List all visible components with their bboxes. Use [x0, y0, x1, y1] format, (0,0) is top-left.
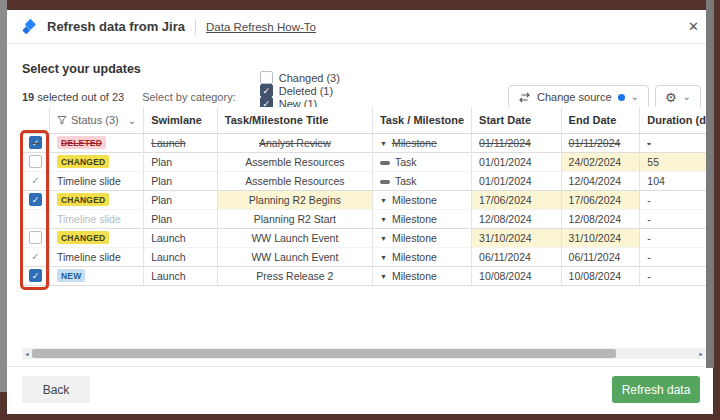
- table-row: ✓Timeline slideLaunchWW Launch Event▼Mil…: [22, 247, 713, 266]
- swimlane-cell: Launch: [144, 266, 218, 285]
- milestone-icon: ▼: [380, 140, 387, 147]
- swimlane-header: Swimlane: [144, 107, 218, 133]
- status-filter-header[interactable]: Status (3) ⌄: [50, 107, 144, 133]
- chevron-down-icon: ⌄: [128, 115, 136, 126]
- duration-cell: 104: [640, 171, 713, 190]
- status-badge-deleted: DELETED: [57, 136, 106, 149]
- start-date-cell: 01/01/2024: [472, 171, 562, 190]
- start-date-cell: 10/08/2024: [472, 266, 562, 285]
- status-text: Timeline slide: [57, 175, 121, 187]
- scroll-left-icon[interactable]: ◂: [22, 350, 32, 357]
- background-strip-left: [0, 0, 7, 392]
- selected-count-text: selected out of 23: [34, 91, 124, 103]
- data-refresh-howto-link[interactable]: Data Refresh How-To: [206, 21, 316, 33]
- row-checkbox-unchecked[interactable]: [29, 231, 42, 244]
- end-date-cell: 12/08/2024: [561, 209, 640, 228]
- section-heading: Select your updates: [22, 62, 141, 76]
- end-date-cell: 31/10/2024: [561, 228, 640, 247]
- row-checkbox-checked[interactable]: ✓: [29, 136, 42, 149]
- duration-cell: -: [640, 228, 713, 247]
- refresh-data-button[interactable]: Refresh data: [612, 376, 700, 403]
- settings-button[interactable]: ⚙ ⌄: [655, 85, 701, 110]
- unchecked-checkbox-icon[interactable]: [260, 71, 273, 84]
- back-button[interactable]: Back: [22, 376, 90, 403]
- end-date-cell: 24/02/2024: [561, 152, 640, 171]
- status-badge-changed: CHANGED: [57, 193, 109, 206]
- chevron-down-icon: ⌄: [683, 92, 691, 102]
- type-label: Milestone: [392, 270, 437, 282]
- category-label: Changed (3): [279, 72, 340, 84]
- start-date-cell: 01/11/2024: [472, 133, 562, 152]
- start-date-cell: 31/10/2024: [472, 228, 562, 247]
- select-all-header[interactable]: [22, 107, 50, 133]
- dialog-header: Refresh data from Jira Data Refresh How-…: [7, 10, 713, 44]
- table-row: CHANGEDLaunchWW Launch Event▼Milestone31…: [22, 228, 713, 247]
- end-date-cell: 10/08/2024: [561, 266, 640, 285]
- swimlane-cell: Plan: [144, 152, 218, 171]
- status-text: Timeline slide: [57, 213, 121, 225]
- start-date-cell: 01/01/2024: [472, 152, 562, 171]
- duration-cell: -: [640, 247, 713, 266]
- horizontal-scrollbar[interactable]: ◂ ▸: [22, 348, 706, 359]
- status-cell: DELETED: [50, 133, 144, 152]
- type-cell: Task: [372, 171, 471, 190]
- status-text: Timeline slide: [57, 251, 121, 263]
- swimlane-cell: Launch: [144, 133, 218, 152]
- chevron-down-icon: ⌄: [631, 92, 639, 102]
- footer-divider: [7, 366, 713, 367]
- row-checkbox-unchecked[interactable]: [29, 155, 42, 168]
- milestone-icon: ▼: [380, 273, 387, 280]
- row-select-cell: [22, 209, 50, 228]
- vertical-scrollbar[interactable]: [706, 0, 714, 368]
- checked-checkbox-icon[interactable]: ✓: [260, 84, 273, 97]
- change-source-button[interactable]: Change source ⌄: [508, 85, 649, 110]
- type-cell: ▼Milestone: [372, 209, 471, 228]
- row-checkbox-checked[interactable]: ✓: [29, 193, 42, 206]
- duration-cell: -: [640, 190, 713, 209]
- type-label: Task: [395, 175, 417, 187]
- status-badge-changed: CHANGED: [57, 231, 109, 244]
- row-select-cell: ✓: [22, 133, 50, 152]
- title-cell: Press Release 2: [217, 266, 372, 285]
- start-date-header: Start Date: [472, 107, 562, 133]
- duration-cell: -: [640, 209, 713, 228]
- scrollbar-thumb[interactable]: [32, 349, 616, 358]
- close-icon[interactable]: ✕: [688, 20, 699, 33]
- select-by-category-label: Select by category:: [142, 91, 236, 103]
- scroll-right-icon[interactable]: ▸: [696, 350, 706, 357]
- title-cell: Planning R2 Begins: [217, 190, 372, 209]
- category-checkbox-changed[interactable]: Changed (3): [260, 71, 340, 84]
- end-date-cell: 06/11/2024: [561, 247, 640, 266]
- type-label: Milestone: [392, 232, 437, 244]
- swimlane-cell: Launch: [144, 228, 218, 247]
- scrollbar-track[interactable]: [32, 348, 696, 359]
- row-select-cell: ✓: [22, 266, 50, 285]
- duration-cell: 55: [640, 152, 713, 171]
- type-label: Milestone: [392, 251, 437, 263]
- row-select-cell: ✓: [22, 247, 50, 266]
- applied-tick-icon: ✓: [29, 251, 42, 262]
- selected-count-number: 19: [22, 91, 34, 103]
- task-icon: [380, 180, 390, 184]
- milestone-icon: ▼: [380, 254, 387, 261]
- title-header: Task/Milestone Title: [217, 107, 372, 133]
- title-cell: Assemble Resources: [217, 152, 372, 171]
- milestone-icon: ▼: [380, 197, 387, 204]
- milestone-icon: ▼: [380, 216, 387, 223]
- title-cell: WW Launch Event: [217, 228, 372, 247]
- type-label: Task: [395, 156, 417, 168]
- type-label: Milestone: [392, 213, 437, 225]
- title-cell: Analyst Review: [217, 133, 372, 152]
- row-select-cell: [22, 228, 50, 247]
- row-checkbox-checked[interactable]: ✓: [29, 269, 42, 282]
- source-buttons: Change source ⌄ ⚙ ⌄: [508, 85, 701, 110]
- funnel-icon: [57, 115, 67, 125]
- end-date-cell: 17/06/2024: [561, 190, 640, 209]
- table-row: ✓DELETEDLaunchAnalyst Review▼Milestone01…: [22, 133, 713, 152]
- category-checkbox-deleted[interactable]: ✓Deleted (1): [260, 84, 340, 97]
- row-select-cell: ✓: [22, 190, 50, 209]
- start-date-cell: 17/06/2024: [472, 190, 562, 209]
- swimlane-cell: Launch: [144, 247, 218, 266]
- change-source-label: Change source: [537, 91, 612, 103]
- refresh-data-dialog: Refresh data from Jira Data Refresh How-…: [7, 10, 713, 414]
